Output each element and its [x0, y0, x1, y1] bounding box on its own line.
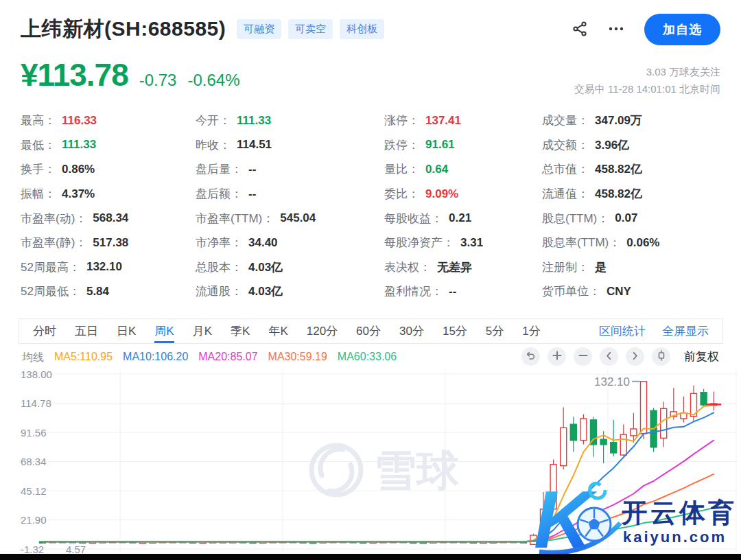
svg-text:45.12: 45.12	[21, 485, 47, 497]
tab-daily-k[interactable]: 日K	[117, 319, 136, 343]
svg-text:21.90: 21.90	[21, 514, 47, 526]
price-change: -0.73	[139, 71, 177, 90]
stat-amount: 成交额：3.96亿	[542, 133, 720, 158]
range-stats-link[interactable]: 区间统计	[599, 323, 646, 339]
stat-volume-ratio: 量比：0.64	[384, 157, 542, 182]
tab-15min[interactable]: 15分	[443, 319, 467, 343]
plus-icon	[552, 351, 562, 362]
tab-yearly-k[interactable]: 年K	[268, 319, 287, 343]
quote-block: ¥113.78 -0.73 -0.64%	[21, 56, 240, 93]
followers-count: 3.03 万球友关注	[574, 63, 720, 80]
stat-pe-dynamic: 市盈率(动)：568.34	[21, 206, 196, 231]
candle-style-button[interactable]	[652, 347, 670, 366]
minus-icon	[578, 351, 588, 362]
chevron-left-icon	[604, 351, 613, 362]
svg-text:-1.32: -1.32	[21, 544, 44, 555]
stat-eps: 每股收益：0.21	[384, 206, 542, 231]
stat-total-shares: 总股本：4.03亿	[196, 255, 384, 280]
ma20-value: MA20:85.07	[198, 351, 257, 365]
badge-star-market: 科创板	[340, 19, 384, 39]
stat-limit-up: 涨停：137.41	[384, 108, 542, 133]
stat-registration: 注册制：是	[542, 255, 720, 280]
stats-col-1: 最高：116.33 最低：111.33 换手：0.86% 振幅：4.37% 市盈…	[21, 108, 196, 304]
badge-group: 可融资 可卖空 科创板	[237, 19, 384, 39]
stat-pe-static: 市盈率(静)：517.38	[21, 231, 196, 255]
chart-controls: 前复权	[521, 347, 719, 366]
more-button[interactable]	[607, 21, 625, 39]
stat-volume: 成交量：347.09万	[542, 108, 720, 133]
stat-amplitude: 振幅：4.37%	[21, 182, 196, 207]
badge-margin-trading: 可融资	[237, 19, 281, 39]
quote-meta: 3.03 万球友关注 交易中 11-28 14:01:01 北京时间	[574, 63, 720, 97]
stat-dividend-ttm: 股息(TTM)：0.07	[542, 206, 720, 231]
stats-col-4: 成交量：347.09万 成交额：3.96亿 总市值：458.82亿 流通值：45…	[542, 108, 720, 304]
stat-float-cap: 流通值：458.82亿	[542, 182, 720, 207]
stats-grid: 最高：116.33 最低：111.33 换手：0.86% 振幅：4.37% 市盈…	[21, 108, 720, 304]
stat-limit-down: 跌停：91.61	[384, 133, 542, 158]
tab-weekly-k[interactable]: 周K	[154, 319, 174, 343]
zoom-in-button[interactable]	[548, 347, 566, 366]
stat-bid-ratio: 委比：9.09%	[384, 182, 542, 207]
stock-header: 上纬新材(SH:688585) 可融资 可卖空 科创板	[21, 15, 384, 43]
ma5-value: MA5:110.95	[54, 351, 113, 365]
stat-pe-ttm: 市盈率(TTM)：545.04	[196, 206, 384, 231]
ma60-value: MA60:33.06	[338, 351, 397, 365]
stat-market-cap: 总市值：458.82亿	[542, 157, 720, 182]
kline-chart[interactable]: 雪球138.00114.7891.5668.3445.1221.90-1.324…	[0, 367, 741, 554]
fullscreen-link[interactable]: 全屏显示	[662, 323, 709, 339]
stats-col-3: 涨停：137.41 跌停：91.61 量比：0.64 委比：9.09% 每股收益…	[384, 108, 542, 304]
stats-col-2: 今开：111.33 昨收：114.51 盘后量：-- 盘后额：-- 市盈率(TT…	[196, 108, 384, 304]
period-tabbar: 分时 五日 日K 周K 月K 季K 年K 120分 60分 30分 15分 5分…	[19, 318, 723, 344]
pan-left-button[interactable]	[600, 347, 618, 366]
tab-1min[interactable]: 1分	[522, 319, 540, 343]
stat-bps: 每股净资产：3.31	[384, 231, 542, 255]
stat-pb: 市净率：34.40	[196, 231, 384, 255]
add-watchlist-button[interactable]: 加自选	[644, 14, 720, 45]
market-status: 交易中 11-28 14:01:01 北京时间	[574, 80, 720, 97]
ma10-value: MA10:106.20	[123, 351, 188, 365]
stat-afterhours-vol: 盘后量：--	[196, 157, 384, 182]
svg-text:4.57: 4.57	[66, 544, 86, 555]
adjust-mode-label[interactable]: 前复权	[684, 349, 719, 364]
svg-text:91.56: 91.56	[21, 427, 47, 439]
stat-float-shares: 流通股：4.03亿	[196, 279, 384, 304]
chevron-right-icon	[631, 351, 639, 362]
tab-fenshi[interactable]: 分时	[33, 319, 56, 343]
stat-low: 最低：111.33	[21, 133, 196, 158]
share-button[interactable]	[572, 21, 588, 39]
tab-120min[interactable]: 120分	[307, 319, 338, 343]
badge-short-selling: 可卖空	[288, 19, 333, 39]
tab-5min[interactable]: 5分	[486, 319, 504, 343]
ma-prefix-label: 均线	[22, 351, 44, 365]
svg-text:132.10: 132.10	[594, 375, 630, 388]
tab-five-day[interactable]: 五日	[75, 319, 98, 343]
price-change-percent: -0.64%	[187, 71, 239, 90]
stat-52w-low: 52周最低：5.84	[21, 279, 196, 304]
page-title: 上纬新材(SH:688585)	[21, 15, 226, 43]
undo-button[interactable]	[521, 347, 540, 366]
stat-voting-rights: 表决权：无差异	[384, 255, 542, 280]
svg-text:138.00: 138.00	[21, 369, 52, 380]
tab-60min[interactable]: 60分	[356, 319, 381, 343]
stat-high: 最高：116.33	[21, 108, 196, 133]
tab-quarterly-k[interactable]: 季K	[231, 319, 250, 343]
share-icon	[572, 21, 588, 39]
stat-turnover: 换手：0.86%	[21, 157, 196, 182]
stat-prev-close: 昨收：114.51	[196, 133, 384, 158]
candlestick-icon	[657, 350, 666, 363]
stat-profit-status: 盈利情况：--	[384, 279, 542, 304]
header-actions: 加自选	[572, 14, 720, 45]
tab-monthly-k[interactable]: 月K	[193, 319, 212, 343]
svg-text:68.34: 68.34	[21, 456, 47, 467]
zoom-out-button[interactable]	[574, 347, 592, 366]
svg-text:114.78: 114.78	[21, 397, 51, 409]
svg-text:雪球: 雪球	[374, 447, 460, 494]
stat-open: 今开：111.33	[196, 108, 384, 133]
pan-right-button[interactable]	[626, 347, 644, 366]
ellipsis-icon	[607, 21, 625, 39]
tab-30min[interactable]: 30分	[399, 319, 424, 343]
undo-icon	[526, 351, 536, 363]
tab-links: 区间统计 全屏显示	[599, 319, 709, 343]
stat-52w-high: 52周最高：132.10	[21, 255, 196, 280]
bottom-border-bar	[0, 554, 741, 560]
